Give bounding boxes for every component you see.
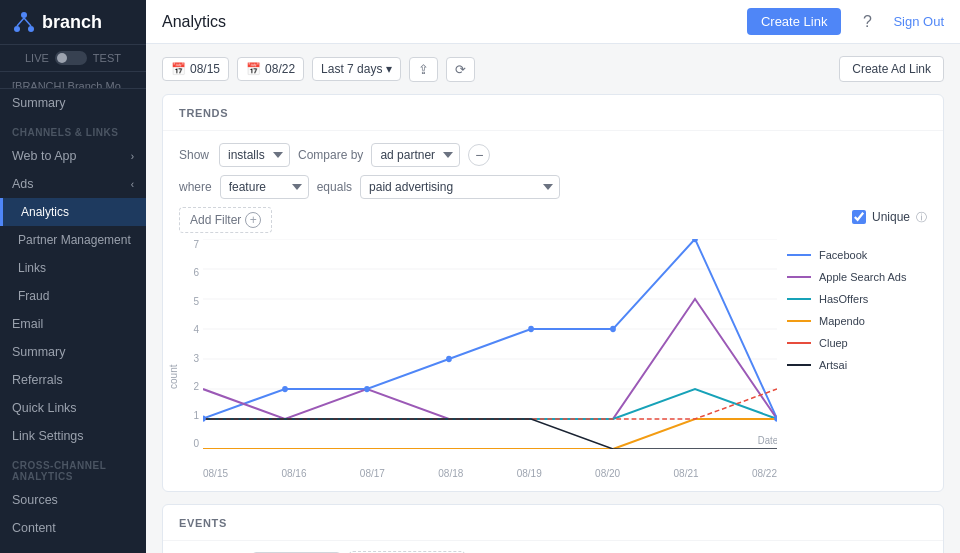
sidebar-item-content[interactable]: Content [0, 514, 146, 542]
sidebar-item-label: Email [12, 317, 43, 331]
sidebar-item-sources[interactable]: Sources [0, 486, 146, 514]
svg-point-16 [446, 356, 452, 362]
date-range-dropdown[interactable]: Last 7 days ▾ [312, 57, 401, 81]
sidebar-item-label: Links [18, 261, 46, 275]
sidebar-item-label: Fraud [18, 289, 49, 303]
compare-by-select[interactable]: ad partner feature channel [371, 143, 460, 167]
page-header: Analytics Create Link ? Sign Out [146, 0, 960, 44]
sidebar-item-fraud[interactable]: Fraud [0, 282, 146, 310]
svg-point-1 [14, 26, 20, 32]
compare-by-label: Compare by [298, 148, 363, 162]
sidebar-item-organic-search[interactable]: Summary [0, 338, 146, 366]
sidebar-section-setup: SETUP & TESTING [0, 542, 146, 553]
legend-item-cluep: Cluep [787, 337, 927, 349]
info-icon: ⓘ [916, 210, 927, 225]
sidebar-item-analytics[interactable]: Analytics [0, 198, 146, 226]
sidebar-item-label: Ads [12, 177, 34, 191]
date-to-picker[interactable]: 📅 08/22 [237, 57, 304, 81]
account-selector[interactable]: [BRANCH] Branch Mo... [0, 72, 146, 89]
trends-title: TRENDS [179, 107, 228, 119]
add-filter-label: Add Filter [190, 213, 241, 227]
sidebar-item-label: Link Settings [12, 429, 84, 443]
sidebar-item-label: Referrals [12, 373, 63, 387]
legend-line-apple [787, 276, 811, 278]
svg-point-15 [364, 386, 370, 392]
help-button[interactable]: ? [853, 8, 881, 36]
events-card-header: EVENTS [163, 505, 943, 541]
sidebar-item-web-to-app[interactable]: Web to App › [0, 142, 146, 170]
x-axis-labels: 08/15 08/16 08/17 08/18 08/19 08/20 08/2… [203, 468, 777, 479]
date-range-label: Last 7 days [321, 62, 382, 76]
svg-point-18 [610, 326, 616, 332]
sidebar-item-links[interactable]: Links [0, 254, 146, 282]
sidebar-item-label: Web to App [12, 149, 76, 163]
trends-card: TRENDS Show installs clicks opens Compar… [162, 94, 944, 492]
sidebar: branch LIVE TEST [BRANCH] Branch Mo... S… [0, 0, 146, 553]
sidebar-section-cross-channel: CROSS-CHANNEL ANALYTICS [0, 450, 146, 486]
legend-line-hasoffers [787, 298, 811, 300]
legend-label-mapendo: Mapendo [819, 315, 865, 327]
chevron-down-icon: ▾ [386, 62, 392, 76]
where-filter-row: where feature channel ad partner equals … [179, 175, 927, 199]
chart-svg-container: Date [203, 239, 777, 449]
sign-out-button[interactable]: Sign Out [893, 14, 944, 29]
events-title: EVENTS [179, 517, 227, 529]
add-filter-button[interactable]: Add Filter + [179, 207, 272, 233]
legend-line-facebook [787, 254, 811, 256]
sidebar-item-partner-management[interactable]: Partner Management [0, 226, 146, 254]
live-test-toggle-row: LIVE TEST [0, 45, 146, 72]
create-link-button[interactable]: Create Link [747, 8, 841, 35]
show-select[interactable]: installs clicks opens [219, 143, 290, 167]
sidebar-item-summary[interactable]: Summary [0, 89, 146, 117]
sidebar-item-ads[interactable]: Ads ‹ [0, 170, 146, 198]
sidebar-item-label: Content [12, 521, 56, 535]
events-card: EVENTS Compare by ad partner feature Add… [162, 504, 944, 553]
chart-svg: Date [203, 239, 777, 449]
plus-circle-icon: + [245, 212, 261, 228]
svg-point-2 [28, 26, 34, 32]
trends-chart: 7 6 5 4 3 2 1 0 count [179, 239, 927, 479]
history-button[interactable]: ⟳ [446, 57, 475, 82]
equals-select[interactable]: paid advertising organic [360, 175, 560, 199]
legend-line-cluep [787, 342, 811, 344]
live-test-toggle[interactable] [55, 51, 87, 65]
y-axis-title: count [168, 365, 179, 389]
date-from-picker[interactable]: 📅 08/15 [162, 57, 229, 81]
live-label: LIVE [25, 52, 49, 64]
svg-point-13 [203, 415, 206, 421]
where-label: where [179, 180, 212, 194]
svg-line-4 [24, 18, 31, 26]
legend-label-cluep: Cluep [819, 337, 848, 349]
where-select[interactable]: feature channel ad partner [220, 175, 309, 199]
brand-name: branch [42, 12, 102, 33]
sidebar-item-link-settings[interactable]: Link Settings [0, 422, 146, 450]
legend-label-facebook: Facebook [819, 249, 867, 261]
svg-point-17 [528, 326, 534, 332]
sidebar-item-referrals[interactable]: Referrals [0, 366, 146, 394]
chevron-down-icon: ‹ [131, 179, 134, 190]
page-title: Analytics [162, 13, 226, 31]
sidebar-item-email[interactable]: Email [0, 310, 146, 338]
events-filter-row: Compare by ad partner feature Add Compar… [163, 541, 943, 553]
sidebar-item-label: Sources [12, 493, 58, 507]
main-content: Analytics Create Link ? Sign Out 📅 08/15… [146, 0, 960, 553]
sidebar-item-quick-links[interactable]: Quick Links [0, 394, 146, 422]
equals-label: equals [317, 180, 352, 194]
svg-point-14 [282, 386, 288, 392]
sidebar-item-label: Analytics [21, 205, 69, 219]
show-filter-row: Show installs clicks opens Compare by ad… [179, 143, 927, 167]
chevron-right-icon: › [131, 151, 134, 162]
content-area: 📅 08/15 📅 08/22 Last 7 days ▾ ⇪ ⟳ Create… [146, 44, 960, 553]
remove-compare-button[interactable]: − [468, 144, 490, 166]
trends-card-header: TRENDS [163, 95, 943, 131]
legend-item-artsai: Artsai [787, 359, 927, 371]
create-ad-link-button[interactable]: Create Ad Link [839, 56, 944, 82]
legend-line-mapendo [787, 320, 811, 322]
sidebar-item-label: Summary [12, 96, 65, 110]
legend-item-mapendo: Mapendo [787, 315, 927, 327]
legend-item-apple-search-ads: Apple Search Ads [787, 271, 927, 283]
unique-checkbox[interactable] [852, 210, 866, 224]
trends-card-body: Show installs clicks opens Compare by ad… [163, 131, 943, 491]
share-button[interactable]: ⇪ [409, 57, 438, 82]
sidebar-item-label: Quick Links [12, 401, 77, 415]
